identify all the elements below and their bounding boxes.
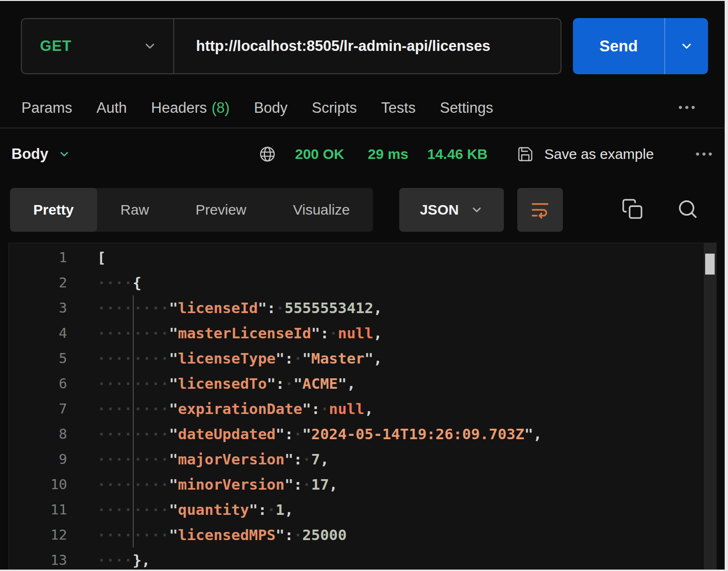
code-content: ········"licensedMPS":·25000 bbox=[67, 522, 347, 548]
code-content: ········"quantity":·1, bbox=[67, 497, 294, 522]
code-content: ········"expirationDate":·null, bbox=[67, 396, 374, 422]
scrollbar-thumb[interactable] bbox=[705, 254, 715, 275]
view-tab-raw[interactable]: Raw bbox=[97, 188, 172, 232]
line-number: 10 bbox=[9, 472, 67, 497]
line-number: 1 bbox=[9, 245, 67, 270]
tab-headers-label: Headers bbox=[151, 99, 207, 116]
line-number: 6 bbox=[9, 371, 67, 396]
save-as-example-label: Save as example bbox=[544, 146, 654, 162]
code-line: 3········"licenseId":·5555553412, bbox=[9, 295, 716, 321]
tab-auth[interactable]: Auth bbox=[97, 99, 127, 117]
send-label: Send bbox=[600, 37, 638, 55]
tab-body[interactable]: Body bbox=[254, 99, 288, 117]
globe-icon[interactable] bbox=[258, 145, 276, 163]
scrollbar-track[interactable] bbox=[704, 243, 716, 571]
line-number: 4 bbox=[9, 321, 67, 346]
code-line: 2····{ bbox=[9, 270, 716, 295]
code-line: 6········"licensedTo":·"ACME", bbox=[9, 371, 716, 396]
request-tabs-more-button[interactable]: ••• bbox=[679, 101, 698, 114]
code-lines: 1[2····{3········"licenseId":·5555553412… bbox=[9, 243, 716, 571]
line-number: 2 bbox=[9, 270, 67, 295]
method-selector[interactable]: GET bbox=[22, 19, 173, 73]
line-number: 3 bbox=[9, 295, 67, 321]
tab-tests[interactable]: Tests bbox=[381, 99, 415, 117]
response-pane-label: Body bbox=[11, 146, 49, 163]
response-body-panel: 1[2····{3········"licenseId":·5555553412… bbox=[9, 243, 717, 571]
response-pane-selector[interactable]: Body bbox=[11, 146, 70, 163]
response-status[interactable]: 200 OK bbox=[295, 146, 344, 162]
url-input[interactable]: http://localhost:8505/lr-admin-api/licen… bbox=[174, 19, 490, 73]
line-number: 7 bbox=[9, 396, 67, 422]
code-line: 7········"expirationDate":·null, bbox=[9, 396, 716, 422]
tab-params[interactable]: Params bbox=[21, 99, 72, 117]
tab-settings[interactable]: Settings bbox=[440, 99, 493, 117]
code-content: ········"dateUpdated":·"2024-05-14T19:26… bbox=[67, 422, 542, 447]
send-options-button[interactable] bbox=[665, 18, 708, 74]
save-as-example-button[interactable]: Save as example bbox=[517, 146, 654, 163]
view-tab-visualize[interactable]: Visualize bbox=[270, 188, 374, 232]
line-number: 12 bbox=[9, 522, 67, 548]
line-number: 9 bbox=[9, 447, 67, 472]
response-time[interactable]: 29 ms bbox=[368, 146, 408, 162]
request-tabs: Params Auth Headers(8) Body Scripts Test… bbox=[21, 93, 493, 123]
tab-headers[interactable]: Headers(8) bbox=[151, 99, 230, 117]
line-number: 8 bbox=[9, 422, 67, 447]
save-icon bbox=[517, 146, 534, 163]
code-content: [ bbox=[67, 245, 106, 270]
code-line: 8········"dateUpdated":·"2024-05-14T19:2… bbox=[9, 422, 716, 447]
response-view-bar: Pretty Raw Preview Visualize JSON bbox=[10, 188, 563, 232]
window-edge-top bbox=[0, 0, 728, 1]
window-edge-right bbox=[725, 0, 728, 571]
send-button[interactable]: Send bbox=[573, 18, 708, 74]
chevron-down-icon bbox=[58, 148, 70, 160]
chevron-down-icon bbox=[679, 39, 694, 53]
search-icon bbox=[677, 198, 698, 220]
tab-scripts[interactable]: Scripts bbox=[312, 99, 357, 117]
code-line: 13····}, bbox=[9, 548, 716, 571]
code-content: ········"licenseType":·"Master", bbox=[67, 346, 382, 371]
view-tab-preview[interactable]: Preview bbox=[172, 188, 270, 232]
chevron-down-icon bbox=[470, 203, 483, 217]
line-number: 5 bbox=[9, 346, 67, 371]
code-line: 12········"licensedMPS":·25000 bbox=[9, 522, 716, 548]
code-content: ····}, bbox=[67, 548, 150, 571]
response-meta-row: Body 200 OK 29 ms 14.46 KB Save as examp… bbox=[0, 139, 728, 169]
section-divider bbox=[0, 128, 728, 128]
code-line: 9········"majorVersion":·7, bbox=[9, 447, 716, 472]
code-content: ········"minorVersion":·17, bbox=[67, 472, 338, 497]
view-tabs-group: Pretty Raw Preview Visualize bbox=[10, 188, 373, 232]
format-selector[interactable]: JSON bbox=[399, 188, 504, 232]
headers-count-badge: (8) bbox=[212, 99, 230, 116]
copy-button[interactable] bbox=[621, 198, 643, 220]
code-content: ····{ bbox=[67, 270, 141, 295]
wrap-text-button[interactable] bbox=[517, 188, 563, 232]
code-line: 4········"masterLicenseId":·null, bbox=[9, 321, 716, 346]
line-number: 13 bbox=[9, 548, 67, 571]
format-label: JSON bbox=[420, 202, 459, 218]
line-number: 11 bbox=[9, 497, 67, 522]
code-content: ········"majorVersion":·7, bbox=[67, 447, 329, 472]
chevron-down-icon bbox=[143, 39, 157, 53]
response-more-button[interactable]: ••• bbox=[696, 148, 715, 161]
request-url-bar: GET http://localhost:8505/lr-admin-api/l… bbox=[21, 18, 561, 74]
view-tab-pretty[interactable]: Pretty bbox=[10, 188, 97, 232]
code-content: ········"masterLicenseId":·null, bbox=[67, 321, 382, 346]
code-line: 10········"minorVersion":·17, bbox=[9, 472, 716, 497]
code-line: 1[ bbox=[9, 245, 716, 270]
code-content: ········"licenseId":·5555553412, bbox=[67, 295, 382, 321]
code-line: 5········"licenseType":·"Master", bbox=[9, 346, 716, 371]
code-line: 11········"quantity":·1, bbox=[9, 497, 716, 522]
search-button[interactable] bbox=[677, 198, 698, 220]
code-content: ········"licensedTo":·"ACME", bbox=[67, 371, 355, 396]
method-label: GET bbox=[40, 38, 72, 55]
response-size[interactable]: 14.46 KB bbox=[427, 146, 488, 162]
wrap-text-icon bbox=[530, 200, 550, 220]
copy-icon bbox=[621, 198, 643, 220]
